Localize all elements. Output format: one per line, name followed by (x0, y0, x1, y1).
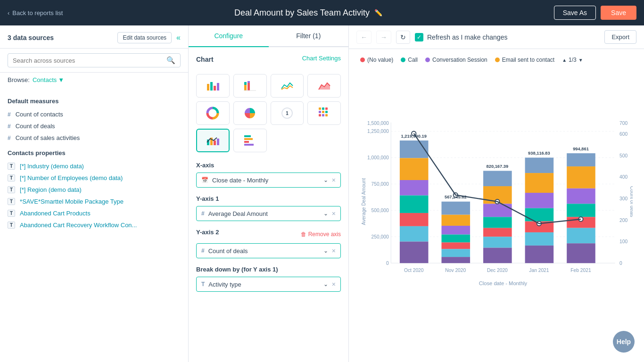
legend-next-icon[interactable]: ▼ (578, 58, 583, 63)
svg-text:Jan 2021: Jan 2021 (529, 268, 549, 273)
svg-rect-92 (567, 166, 595, 189)
x-axis-section: X-axis 📅 Close date - Monthly ⌄ × (196, 162, 341, 188)
breakdown-label: Break down by (for Y axis 1) (196, 266, 341, 273)
redo-button[interactable]: → (376, 31, 391, 44)
svg-text:Count of deals: Count of deals (629, 186, 633, 217)
x-axis-remove-icon[interactable]: × (332, 176, 336, 184)
hash-icon: # (8, 111, 11, 118)
svg-rect-93 (567, 189, 595, 204)
undo-button[interactable]: ← (356, 31, 372, 44)
report-title: Deal Amount by Sales Team Activity ✏️ (68, 8, 548, 18)
prop-abandoned-workflow[interactable]: T Abandoned Cart Recovery Workflow Con..… (8, 219, 181, 231)
refresh-checkbox[interactable]: ✓ (415, 33, 423, 41)
x-axis-label: X-axis (196, 162, 341, 169)
prop-abandoned-cart[interactable]: T Abandoned Cart Products (8, 207, 181, 219)
remove-axis-button[interactable]: 🗑 Remove axis (301, 231, 341, 238)
y-axis1-remove-icon[interactable]: × (332, 210, 336, 217)
svg-point-11 (210, 111, 215, 115)
save-button[interactable]: Save (601, 6, 636, 20)
breakdown-select[interactable]: T Activity type ⌄ × (196, 277, 341, 292)
svg-text:1,250,000: 1,250,000 (367, 129, 389, 134)
y-axis2-select[interactable]: # Count of deals ⌄ × (196, 243, 341, 258)
save-as-button[interactable]: Save As (554, 6, 596, 20)
tab-configure[interactable]: Configure (189, 25, 269, 47)
svg-text:1,000,000: 1,000,000 (367, 155, 389, 160)
svg-rect-97 (567, 243, 595, 263)
y-axis1-select[interactable]: # Average Deal Amount ⌄ × (196, 206, 341, 221)
y-axis2-chevron-icon: ⌄ (323, 247, 328, 254)
svg-text:Oct 2020: Oct 2020 (404, 268, 424, 273)
collapse-sidebar-icon[interactable]: « (176, 33, 181, 42)
back-to-reports-link[interactable]: ‹ Back to reports list (8, 9, 63, 16)
svg-rect-58 (400, 196, 429, 213)
chart-type-line[interactable] (271, 74, 304, 98)
breakdown-remove-icon[interactable]: × (332, 280, 336, 288)
chart-type-area[interactable] (307, 74, 341, 98)
x-axis-chevron-icon: ⌄ (323, 177, 328, 183)
chart-type-heatmap[interactable] (307, 101, 341, 125)
y-axis2-label: Y-axis 2 (196, 229, 219, 236)
svg-rect-25 (214, 140, 216, 145)
chart-settings-link[interactable]: Chart Settings (302, 55, 341, 62)
chart-type-bar-horizontal[interactable] (233, 129, 267, 152)
chart-type-donut[interactable] (196, 101, 230, 125)
svg-rect-87 (525, 232, 554, 246)
svg-rect-3 (217, 83, 219, 90)
legend-conversation: Conversation Session (425, 57, 487, 63)
svg-rect-22 (325, 114, 328, 116)
tab-filter[interactable]: Filter (1) (269, 25, 349, 47)
measure-count-deals[interactable]: # Count of deals (8, 120, 181, 132)
main-layout: 3 data sources Edit data sources « 🔍 Bro… (0, 25, 644, 362)
svg-rect-0 (207, 84, 209, 90)
svg-text:100: 100 (619, 239, 627, 244)
type-badge: T (8, 163, 15, 170)
browse-dropdown[interactable]: Contacts ▼ (33, 76, 64, 83)
chart-toolbar: ← → ↻ ✓ Refresh as I make changes Export (349, 25, 644, 49)
legend-prev-icon[interactable]: ▲ (562, 58, 567, 63)
refresh-button[interactable]: ↻ (396, 31, 410, 44)
svg-rect-85 (525, 208, 554, 222)
search-icon[interactable]: 🔍 (166, 56, 175, 65)
prop-region[interactable]: T [*] Region (demo data) (8, 184, 181, 196)
measure-count-contacts[interactable]: # Count of contacts (8, 108, 181, 120)
svg-rect-60 (400, 226, 429, 242)
text-icon: T (201, 281, 205, 288)
legend-dot-call (401, 58, 405, 62)
chart-type-combo[interactable] (196, 129, 230, 152)
svg-text:250,000: 250,000 (372, 234, 389, 239)
search-area: 🔍 (0, 49, 188, 73)
svg-rect-4 (244, 85, 247, 90)
svg-rect-21 (322, 114, 324, 116)
prop-smarttel[interactable]: T *SAVE*Smarttel Mobile Package Type (8, 196, 181, 207)
search-input[interactable] (13, 57, 163, 64)
svg-text:Feb 2021: Feb 2021 (570, 268, 591, 273)
legend-dot-email (495, 58, 500, 62)
y-axis2-value: Count of deals (208, 247, 320, 255)
svg-rect-2 (214, 86, 216, 90)
browse-label: Browse: (8, 76, 30, 83)
x-axis-select[interactable]: 📅 Close date - Monthly ⌄ × (196, 173, 341, 188)
svg-rect-73 (483, 171, 512, 186)
chart-type-pie[interactable] (233, 101, 267, 125)
help-button[interactable]: Help (613, 331, 635, 353)
breakdown-value: Activity type (208, 281, 319, 288)
browse-row: Browse: Contacts ▼ (0, 73, 188, 87)
prop-industry[interactable]: T [*] Industry (demo data) (8, 160, 181, 172)
svg-text:Average Deal Amount: Average Deal Amount (361, 178, 366, 225)
search-box: 🔍 (8, 53, 181, 67)
prop-employees[interactable]: T [*] Number of Employees (demo data) (8, 172, 181, 184)
chart-type-bar[interactable] (196, 74, 230, 98)
measure-count-activities[interactable]: # Count of sales activities (8, 132, 181, 144)
edit-data-sources-button[interactable]: Edit data sources (117, 32, 172, 43)
legend-call: Call (401, 57, 418, 63)
svg-text:Dec 2020: Dec 2020 (487, 268, 508, 273)
configure-content: Chart Chart Settings (189, 47, 348, 362)
edit-title-icon[interactable]: ✏️ (374, 9, 382, 16)
chart-type-stacked-bar[interactable] (233, 74, 267, 98)
export-button[interactable]: Export (604, 30, 636, 44)
y-axis1-label: Y-axis 1 (196, 195, 341, 202)
y-axis2-remove-icon[interactable]: × (332, 247, 336, 255)
svg-rect-29 (244, 141, 249, 143)
svg-text:0: 0 (386, 261, 389, 266)
chart-type-kpi[interactable]: 1 (271, 101, 304, 125)
